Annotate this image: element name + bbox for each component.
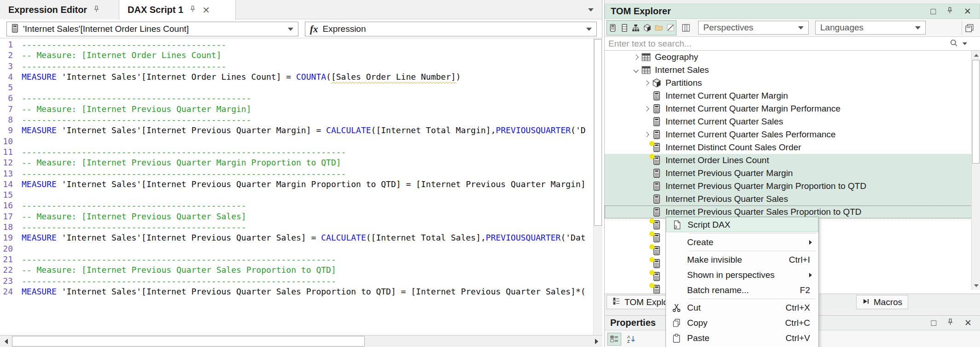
line-number: 4 <box>0 71 18 82</box>
dax-code-editor[interactable]: 1---------------------------------------… <box>0 39 593 335</box>
scrollbar-thumb[interactable] <box>594 39 602 226</box>
measure-icon <box>652 143 661 152</box>
tree-item-internet-current-quarter-sales-performance[interactable]: Internet Current Quarter Sales Performan… <box>605 128 972 141</box>
tom-explorer-toolbar: Perspectives Languages <box>605 19 980 37</box>
tab-label: Expression Editor <box>8 5 87 15</box>
tab-expression-editor[interactable]: Expression Editor <box>0 0 119 19</box>
tree-item-internet-current-quarter-margin-performance[interactable]: Internet Current Quarter Margin Performa… <box>605 102 972 115</box>
tree-item-internet-distinct-count-sales-order[interactable]: Internet Distinct Count Sales Order <box>605 141 972 154</box>
chevron-spacer <box>641 180 652 193</box>
object-selector-dropdown[interactable]: 'Internet Sales'[Internet Order Lines Co… <box>6 22 298 36</box>
menu-shortcut: Ctrl+C <box>785 318 818 328</box>
maximize-icon[interactable]: □ <box>931 318 936 328</box>
close-icon[interactable]: ✕ <box>964 318 972 328</box>
search-icon[interactable] <box>950 39 958 49</box>
code-line-17: 17-- Measure: [Internet Previous Quarter… <box>0 211 593 222</box>
line-number: 18 <box>0 222 18 232</box>
hierarchy-filter-icon[interactable] <box>630 21 642 35</box>
relationship-filter-icon[interactable] <box>665 21 676 35</box>
search-options-icon[interactable] <box>962 42 967 45</box>
chevron-down-icon[interactable] <box>630 64 642 76</box>
tree-item-internet-previous-quarter-margin[interactable]: Internet Previous Quarter Margin <box>605 167 972 180</box>
chevron-right-icon[interactable] <box>641 76 652 89</box>
expression-selector-value: Expression <box>323 24 582 34</box>
code-line-22: 22-- Measure: [Internet Previous Quarter… <box>0 265 593 275</box>
scroll-left-button[interactable] <box>0 335 12 347</box>
tree-item-label: Internet Previous Quarter Margin <box>665 168 793 178</box>
menu-item-script-dax[interactable]: Script DAX <box>666 217 818 232</box>
unsaved-change-badge <box>649 231 654 236</box>
tree-item-internet-sales[interactable]: Internet Sales <box>605 64 972 76</box>
tab-dax-script-1[interactable]: DAX Script 1 ✕ <box>119 0 236 20</box>
expression-selector-dropdown[interactable]: fx Expression <box>305 22 597 36</box>
maximize-icon[interactable]: □ <box>931 6 936 17</box>
menu-item-create[interactable]: Create <box>666 235 818 250</box>
line-number: 10 <box>0 136 18 147</box>
measure-icon <box>652 194 661 204</box>
categorized-view-icon[interactable] <box>607 333 621 346</box>
sort-alphabetical-icon[interactable]: AZ <box>624 333 638 346</box>
scrollbar-thumb[interactable] <box>972 60 980 164</box>
line-number: 8 <box>0 114 18 125</box>
measure-filter-icon[interactable] <box>607 21 618 35</box>
chevron-down-icon <box>798 26 804 29</box>
pin-icon[interactable] <box>946 318 954 328</box>
pin-icon[interactable] <box>189 5 197 15</box>
application-window: Expression Editor DAX Script 1 ✕ 'Intern… <box>0 0 980 347</box>
menu-item-shown-in-perspectives[interactable]: Shown in perspectives <box>666 267 818 282</box>
chevron-right-icon[interactable] <box>641 102 652 115</box>
menu-item-batch-rename-[interactable]: Batch rename...F2 <box>666 282 818 298</box>
menu-item-cut[interactable]: CutCtrl+X <box>666 300 818 315</box>
close-tab-icon[interactable]: ✕ <box>202 5 210 16</box>
tree-item-partitions[interactable]: Partitions <box>605 76 972 89</box>
languages-dropdown[interactable]: Languages <box>815 21 926 35</box>
object-selector-value: 'Internet Sales'[Internet Order Lines Co… <box>23 24 283 34</box>
code-line-10: 10 <box>0 136 593 147</box>
copy-icon <box>666 318 687 328</box>
tree-item-label: Internet Current Quarter Margin <box>665 91 788 101</box>
menu-item-paste[interactable]: PasteCtrl+V <box>666 330 818 346</box>
folder-filter-icon[interactable] <box>653 21 665 35</box>
tree-vertical-scrollbar[interactable] <box>971 51 980 290</box>
measure-icon <box>652 91 661 100</box>
code-line-24: 24MEASURE 'Internet Sales'[Internet Prev… <box>0 286 593 297</box>
measure-icon <box>652 220 661 229</box>
measure-icon <box>652 130 661 139</box>
menu-item-label: Script DAX <box>688 220 818 230</box>
menu-item-copy[interactable]: CopyCtrl+C <box>666 315 818 330</box>
tree-item-internet-previous-quarter-margin-proportion-to-qtd[interactable]: Internet Previous Quarter Margin Proport… <box>605 180 972 193</box>
stacked-windows-icon[interactable] <box>962 21 976 35</box>
line-number: 14 <box>0 179 18 189</box>
scroll-right-button[interactable] <box>590 335 602 347</box>
tree-item-internet-order-lines-count[interactable]: Internet Order Lines Count <box>605 154 972 167</box>
unsaved-change-badge <box>649 270 654 275</box>
line-number: 2 <box>0 50 18 60</box>
scroll-up-button[interactable] <box>972 51 980 59</box>
tree-item-label: Internet Sales <box>655 65 709 75</box>
scroll-down-button[interactable] <box>972 281 980 290</box>
unsaved-change-badge <box>649 141 654 146</box>
tree-item-label: Internet Previous Quarter Margin Proport… <box>665 181 866 191</box>
close-icon[interactable]: ✕ <box>964 6 971 17</box>
tab-list-dropdown-icon[interactable] <box>588 8 594 12</box>
menu-item-label: Make invisible <box>687 255 789 265</box>
tree-item-internet-current-quarter-margin[interactable]: Internet Current Quarter Margin <box>605 89 972 102</box>
search-input[interactable] <box>605 39 950 49</box>
chevron-right-icon[interactable] <box>641 128 652 141</box>
editor-vertical-scrollbar[interactable] <box>593 38 602 335</box>
tab-macros[interactable]: Macros <box>856 295 908 309</box>
pin-icon[interactable] <box>93 5 100 15</box>
menu-item-make-invisible[interactable]: Make invisibleCtrl+I <box>666 252 818 267</box>
tree-item-internet-current-quarter-sales[interactable]: Internet Current Quarter Sales <box>605 115 972 128</box>
partition-filter-icon[interactable] <box>642 21 653 35</box>
unsaved-change-badge <box>649 218 654 223</box>
chevron-right-icon[interactable] <box>630 51 642 64</box>
tree-item-geography[interactable]: Geography <box>605 51 972 64</box>
column-filter-icon[interactable] <box>618 21 630 35</box>
tree-item-internet-previous-quarter-sales[interactable]: Internet Previous Quarter Sales <box>605 193 972 206</box>
editor-horizontal-scrollbar[interactable] <box>0 335 602 347</box>
pin-icon[interactable] <box>946 6 954 16</box>
columns-view-icon[interactable] <box>680 21 692 35</box>
perspectives-dropdown[interactable]: Perspectives <box>698 21 809 35</box>
scrollbar-thumb[interactable] <box>12 336 365 347</box>
